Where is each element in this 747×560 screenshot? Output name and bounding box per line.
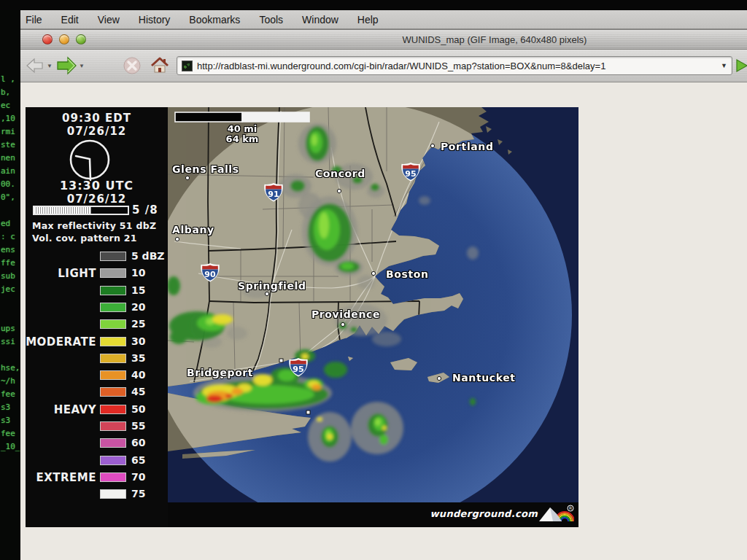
utc-time: 13:30 UTC [26,179,168,192]
site-favicon-icon [182,61,193,71]
volume-coverage-pattern: Vol. cov. pattern 21 [32,233,137,244]
city-label-albany: Albany [172,224,214,236]
city-label-bridgeport: Bridgeport [187,367,253,378]
dbz-swatch [100,319,126,329]
menu-window[interactable]: Window [301,12,339,27]
menu-view[interactable]: View [97,12,120,27]
home-icon [150,57,169,74]
browser-toolbar: ▼ ▼ http://radblast-mi.wund [20,50,747,82]
radar-footer: wunderground.com R [168,502,578,527]
stop-button[interactable] [123,55,142,77]
close-window-button[interactable] [42,34,53,44]
wunderground-logo-icon: R [538,504,574,524]
wunderground-watermark: wunderground.com [430,508,538,519]
menu-bookmarks[interactable]: Bookmarks [188,12,241,27]
photographed-screen: l , b, ec ,10 rmi ste nen ain 00. 0", ed… [0,0,747,560]
zoom-window-button[interactable] [76,34,86,44]
animation-progress-bar [33,206,129,215]
local-time: 09:30 EDT [26,112,168,125]
scale-km: 64 km [213,133,271,144]
window-title: WUNIDS_map (GIF Image, 640x480 pixels) [327,34,662,45]
dbz-value: 50 [131,403,145,415]
dbz-value: 15 [131,284,145,296]
dbz-value: 5 dBZ [131,250,164,262]
screen-top-bezel [0,0,747,10]
dbz-value: 60 [131,437,145,448]
background-terminal-window[interactable]: l , b, ec ,10 rmi ste nen ain 00. 0", ed… [0,10,20,560]
menu-help[interactable]: Help [357,12,379,27]
city-label-glens-falls: Glens Falls [172,163,239,175]
dbz-swatch [100,268,126,278]
dbz-value: 35 [131,352,145,364]
radar-legend: 09:30 EDT 07/26/12 13:30 UTC 07/26/12 5 … [26,107,168,527]
dbz-value: 20 [131,301,145,313]
menu-file[interactable]: File [25,12,43,27]
clock-icon [67,138,112,183]
dbz-swatch [100,421,126,431]
dbz-swatch [100,370,126,380]
dbz-value: 40 [131,369,145,381]
url-dropdown-icon[interactable]: ▼ [718,62,727,69]
address-bar[interactable]: http://radblast-mi.wunderground.com/cgi-… [177,56,732,75]
dbz-value: 70 [131,471,145,483]
dbz-swatch [100,456,126,465]
stop-icon [123,56,142,75]
interstate-shield-95-south: 95 [288,358,309,377]
interstate-shield-95-north: 95 [400,163,421,182]
scale-miles: 40 mi [213,123,271,134]
back-button[interactable]: ▼ [25,55,53,77]
go-button[interactable] [735,55,747,77]
minimize-window-button[interactable] [59,34,69,44]
scale-bar [175,112,309,122]
dbz-swatch [100,337,126,346]
forward-button[interactable]: ▼ [55,55,85,77]
menu-edit[interactable]: Edit [61,12,80,27]
dbz-value: 75 [131,488,145,499]
city-label-springfield: Springfield [238,280,306,292]
home-button[interactable] [150,55,169,77]
forward-history-dropdown[interactable]: ▼ [79,63,85,69]
local-date: 07/26/12 [26,125,168,138]
city-label-portland: Portland [441,141,494,152]
city-label-boston: Boston [386,268,429,280]
menu-history[interactable]: History [138,12,171,27]
forward-arrow-icon [55,56,77,75]
menu-tools[interactable]: Tools [258,12,284,27]
progress-fill [34,207,91,214]
dbz-swatch [100,489,126,499]
interstate-shield-90: 90 [200,263,220,282]
menu-bar: File Edit View History Bookmarks Tools W… [20,10,747,29]
dbz-value: 30 [131,335,145,347]
dbz-value: 25 [131,318,145,330]
browser-content-area: 09:30 EDT 07/26/12 13:30 UTC 07/26/12 5 … [20,82,747,560]
city-label-concord: Concord [315,168,365,179]
dbz-swatch [100,405,126,414]
window-title-bar[interactable]: WUNIDS_map (GIF Image, 640x480 pixels) [20,29,747,50]
dbz-value: 65 [131,454,145,466]
max-reflectivity: Max reflectivity 51 dbZ [32,220,156,231]
radar-map: 40 mi 64 km Glens Falls Albany Concord P… [168,107,578,502]
city-label-providence: Providence [311,308,380,320]
interstate-shield-91: 91 [263,183,284,202]
dbz-swatch [100,438,126,448]
back-history-dropdown[interactable]: ▼ [47,63,53,69]
dbz-value: 10 [131,267,145,279]
city-label-nantucket: Nantucket [452,372,516,384]
dbz-swatch [100,354,126,363]
registered-mark: R [569,505,572,510]
terminal-text: l , b, ec ,10 rmi ste nen ain 00. 0", ed… [1,73,20,454]
dbz-swatch [100,252,126,261]
dbz-swatch [100,472,126,482]
url-text[interactable]: http://radblast-mi.wunderground.com/cgi-… [197,61,718,71]
dbz-value: 55 [131,420,145,432]
back-arrow-icon [25,57,45,74]
dbz-swatch [100,303,126,312]
dbz-swatch [100,286,126,295]
radar-image: 09:30 EDT 07/26/12 13:30 UTC 07/26/12 5 … [26,107,578,527]
dbz-swatch [100,387,126,397]
go-arrow-icon [735,58,747,73]
frame-indicator: 5 /8 [132,203,158,217]
dbz-value: 45 [131,386,145,397]
